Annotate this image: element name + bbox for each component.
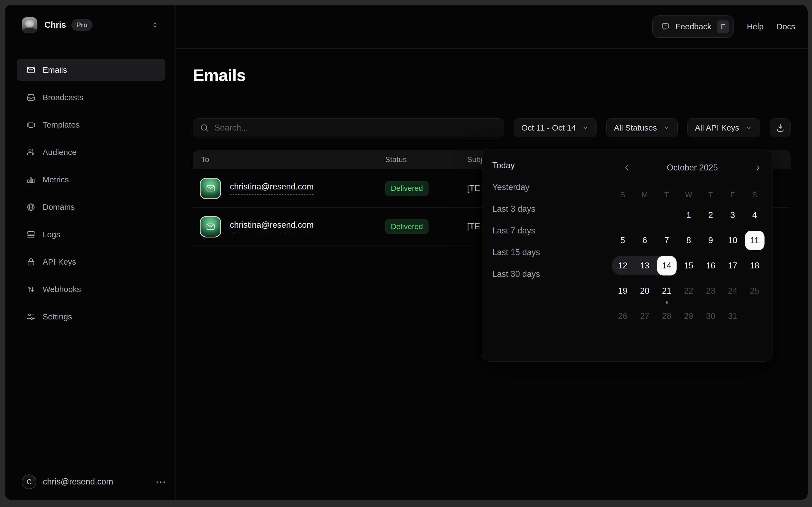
month-label: October 2025	[638, 161, 747, 174]
calendar-day[interactable]: 9	[700, 228, 721, 253]
weekday-label: T	[656, 189, 678, 200]
weekday-label: F	[721, 189, 744, 200]
sidebar-item-api-keys[interactable]: API Keys	[17, 251, 165, 273]
users-icon	[26, 148, 36, 157]
calendar-day[interactable]: 6	[634, 228, 656, 253]
search-icon	[200, 123, 209, 132]
calendar-day[interactable]: 5	[612, 228, 634, 253]
email-icon	[200, 216, 221, 237]
sidebar-item-label: Logs	[43, 230, 60, 239]
sidebar-item-metrics[interactable]: Metrics	[17, 169, 165, 190]
preset-yesterday[interactable]: Yesterday	[492, 176, 551, 198]
calendar-day[interactable]: 10	[721, 228, 744, 253]
calendar-day-range-start[interactable]: 11	[744, 228, 766, 253]
help-link[interactable]: Help	[747, 22, 764, 31]
account-footer[interactable]: C chris@resend.com ⋯	[22, 474, 166, 489]
date-range-value: Oct 11 - Oct 14	[521, 123, 576, 132]
weekday-label: W	[678, 189, 700, 200]
preset-last-7-days[interactable]: Last 7 days	[492, 220, 551, 241]
calendar-day-disabled: 29	[678, 303, 700, 329]
sidebar-item-domains[interactable]: Domains	[17, 196, 165, 218]
workspace-name: Chris	[45, 20, 66, 30]
workspace-avatar	[22, 17, 38, 33]
calendar-day-disabled: 26	[612, 303, 634, 329]
sidebar-item-broadcasts[interactable]: Broadcasts	[17, 86, 165, 108]
bar-chart-icon	[26, 175, 36, 184]
sidebar-item-audience[interactable]: Audience	[17, 141, 165, 163]
sidebar-item-label: Templates	[43, 120, 80, 129]
calendar-day[interactable]: 4	[744, 203, 766, 228]
status-dropdown[interactable]: All Statuses	[606, 118, 677, 137]
filter-bar: Oct 11 - Oct 14 All Statuses All API Key…	[193, 118, 791, 137]
search-input[interactable]	[214, 123, 497, 133]
calendar-day[interactable]: 1	[678, 203, 700, 228]
export-button[interactable]	[770, 118, 791, 137]
calendar-day[interactable]: 15	[678, 253, 700, 278]
calendar-day[interactable]: 19	[612, 278, 634, 303]
feedback-button[interactable]: Feedback F	[652, 15, 734, 38]
docs-link[interactable]: Docs	[777, 22, 795, 31]
calendar-day-range-end[interactable]: 14	[656, 253, 678, 278]
sliders-icon	[26, 312, 36, 321]
chevron-up-down-icon	[151, 21, 159, 29]
calendar-day[interactable]: 3	[721, 203, 744, 228]
calendar-day-in-range[interactable]: 13	[634, 253, 656, 278]
plan-badge: Pro	[71, 19, 93, 31]
calendar-day[interactable]: 18	[744, 253, 766, 278]
sidebar-item-settings[interactable]: Settings	[17, 305, 165, 328]
calendar-empty	[612, 203, 634, 228]
sidebar-item-templates[interactable]: Templates	[17, 114, 165, 136]
sidebar-item-label: Settings	[43, 312, 72, 321]
app-window: Chris Pro Emails Broadcasts Templates Au…	[5, 5, 808, 500]
account-email: chris@resend.com	[43, 477, 113, 487]
calendar-day[interactable]: 20	[634, 278, 656, 303]
date-range-picker: Today Yesterday Last 3 days Last 7 days …	[482, 149, 773, 361]
sidebar-item-emails[interactable]: Emails	[17, 59, 165, 81]
preset-last-15-days[interactable]: Last 15 days	[492, 241, 551, 263]
calendar-day-today[interactable]: 21	[656, 278, 678, 303]
globe-icon	[26, 203, 36, 212]
weekday-label: S	[612, 189, 634, 200]
calendar-day[interactable]: 16	[700, 253, 721, 278]
weekday-label: T	[700, 189, 721, 200]
calendar-empty	[634, 203, 656, 228]
recipient-email[interactable]: christina@resend.com	[230, 220, 314, 233]
calendar-day[interactable]: 2	[700, 203, 721, 228]
feedback-shortcut-key: F	[717, 20, 729, 33]
sidebar-item-label: Webhooks	[43, 285, 81, 294]
status-badge: Delivered	[385, 181, 428, 196]
preset-last-30-days[interactable]: Last 30 days	[492, 263, 551, 285]
date-range-dropdown[interactable]: Oct 11 - Oct 14	[514, 118, 596, 137]
column-status: Status	[385, 155, 467, 164]
preset-last-3-days[interactable]: Last 3 days	[492, 198, 551, 220]
arrow-up-down-icon	[26, 285, 36, 294]
next-month-button[interactable]	[751, 161, 764, 174]
chevron-right-icon	[754, 164, 762, 172]
preset-today[interactable]: Today	[492, 155, 551, 176]
sidebar-item-logs[interactable]: Logs	[17, 223, 165, 245]
calendar-grid: 1 2 3 4 5 6 7 8 9 10 11 12 13 14 15 16 1…	[612, 203, 766, 329]
workspace-switcher[interactable]: Chris Pro	[22, 17, 159, 33]
prev-month-button[interactable]	[620, 161, 633, 174]
calendar-day[interactable]: 7	[656, 228, 678, 253]
calendar-day-in-range[interactable]: 12	[612, 253, 634, 278]
sidebar-item-webhooks[interactable]: Webhooks	[17, 278, 165, 300]
account-menu-icon[interactable]: ⋯	[156, 479, 166, 485]
recipient-email[interactable]: christina@resend.com	[230, 182, 314, 195]
download-icon	[775, 123, 785, 133]
feedback-label: Feedback	[676, 22, 711, 31]
search-box[interactable]	[193, 118, 504, 137]
calendar-day[interactable]: 8	[678, 228, 700, 253]
chevron-down-icon	[745, 124, 752, 131]
calendar-day-disabled: 24	[721, 278, 744, 303]
api-keys-dropdown[interactable]: All API Keys	[687, 118, 760, 137]
email-icon	[200, 178, 221, 199]
chat-bubble-icon	[661, 22, 670, 31]
chevron-down-icon	[663, 124, 670, 131]
weekday-label: M	[634, 189, 656, 200]
sidebar-item-label: API Keys	[43, 257, 76, 267]
sidebar-item-label: Domains	[43, 203, 75, 212]
calendar-empty	[656, 203, 678, 228]
lock-icon	[26, 257, 36, 267]
calendar-day[interactable]: 17	[721, 253, 744, 278]
